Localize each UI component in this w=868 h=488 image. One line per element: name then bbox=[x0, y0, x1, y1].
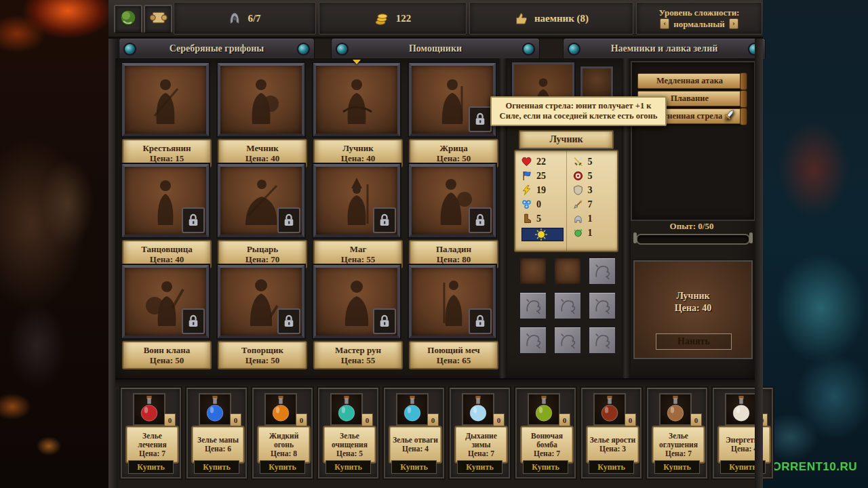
potion-price: Цена: 3 bbox=[599, 445, 626, 453]
unit-name: Поющий меч bbox=[427, 345, 479, 355]
ammo-value: 7 bbox=[588, 199, 593, 210]
hire-button[interactable]: Нанять bbox=[656, 333, 732, 350]
lock-icon bbox=[469, 308, 492, 334]
unit-nameplate: Маг Цена: 55 bbox=[313, 240, 403, 268]
unit-card-dancer[interactable]: Танцовщица Цена: 40 bbox=[122, 164, 209, 262]
world-map-button[interactable] bbox=[114, 5, 142, 33]
top-bar: 6/7 122 наемник (8) Уровень сложности: ‹… bbox=[108, 0, 763, 39]
item-slot-locked[interactable] bbox=[553, 325, 583, 355]
unit-card-knight[interactable]: Рыцарь Цена: 70 bbox=[218, 164, 304, 262]
item-slot-locked[interactable] bbox=[587, 291, 617, 321]
buy-button[interactable]: Купить bbox=[128, 460, 174, 474]
unit-card-swordsman[interactable]: Мечник Цена: 40 bbox=[218, 63, 304, 161]
potion-count-badge: 0 bbox=[625, 413, 636, 426]
shop-window: 6/7 122 наемник (8) Уровень сложности: ‹… bbox=[108, 0, 763, 488]
tab-silver-gryphons[interactable]: Серебряные грифоны bbox=[119, 38, 315, 59]
unit-nameplate: Топорщик Цена: 50 bbox=[218, 341, 307, 369]
potion-card-healing[interactable]: 0 Зелье леченияЦена: 7 Купить bbox=[121, 388, 181, 479]
item-slot-locked[interactable] bbox=[587, 325, 617, 355]
quest-log-button[interactable] bbox=[144, 5, 172, 33]
item-slot-locked[interactable] bbox=[518, 291, 548, 321]
potion-card-winter-breath[interactable]: 0 Дыхание зимыЦена: 7 Купить bbox=[450, 388, 510, 479]
defense-value: 3 bbox=[588, 185, 593, 196]
item-slot-locked[interactable] bbox=[553, 291, 583, 321]
potion-name: Зелье очищения bbox=[326, 432, 374, 449]
potion-label: Зелье маныЦена: 6 bbox=[191, 426, 245, 464]
potion-icon bbox=[725, 393, 757, 426]
unit-card-priestess[interactable]: Жрица Цена: 50 bbox=[409, 63, 496, 161]
scroll-icon bbox=[149, 9, 167, 29]
magic-value: 0 bbox=[536, 199, 541, 210]
item-slot-empty[interactable] bbox=[518, 256, 548, 286]
potion-count-badge: 0 bbox=[690, 413, 702, 426]
potion-card-cleansing[interactable]: 0 Зелье очищенияЦена: 5 Купить bbox=[318, 388, 378, 479]
buy-button[interactable]: Купить bbox=[523, 460, 568, 474]
buy-button[interactable]: Купить bbox=[194, 460, 239, 474]
background-art-left bbox=[0, 0, 110, 488]
potion-price: Цена: 5 bbox=[336, 449, 363, 458]
potion-card-mana[interactable]: 0 Зелье маныЦена: 6 Купить bbox=[186, 388, 247, 479]
unit-card-peasant[interactable]: Крестьянин Цена: 15 bbox=[122, 63, 209, 161]
buy-button[interactable]: Купить bbox=[589, 460, 634, 474]
tab-gem-icon bbox=[297, 43, 310, 56]
unit-price: Цена: 50 bbox=[437, 153, 471, 163]
item-slot-locked[interactable] bbox=[587, 256, 617, 286]
buy-button[interactable]: Купить bbox=[654, 460, 700, 474]
potion-price: Цена: 6 bbox=[205, 445, 231, 453]
buy-button[interactable]: Купить bbox=[326, 460, 371, 474]
gold-coins-icon bbox=[374, 12, 389, 25]
buy-button[interactable]: Купить bbox=[260, 460, 305, 474]
difficulty-prev-icon[interactable]: ‹ bbox=[660, 18, 669, 29]
lock-icon bbox=[373, 207, 396, 233]
ability-slow-attack[interactable]: Медленная атака bbox=[637, 73, 742, 89]
item-slots bbox=[518, 256, 617, 355]
potion-label: Вонючая бомбаЦена: 7 bbox=[520, 426, 574, 464]
unit-nameplate: Лучник Цена: 40 bbox=[313, 139, 403, 167]
item-slot-empty[interactable] bbox=[553, 256, 583, 286]
unit-portrait bbox=[409, 63, 496, 136]
unit-card-archer[interactable]: Лучник Цена: 40 bbox=[313, 63, 400, 161]
potion-label: ЭнергетикЦена: 4 bbox=[717, 426, 771, 464]
potion-count-badge: 0 bbox=[361, 413, 373, 426]
potion-icon bbox=[593, 393, 626, 426]
lock-icon bbox=[469, 106, 492, 132]
unit-card-rune-master[interactable]: Мастер рун Цена: 55 bbox=[313, 265, 400, 363]
buy-button[interactable]: Купить bbox=[457, 460, 502, 474]
unit-nameplate: Жрица Цена: 50 bbox=[409, 139, 498, 167]
health-icon bbox=[521, 157, 532, 167]
potion-card-stun[interactable]: 0 Зелье оглушенияЦена: 7 Купить bbox=[647, 388, 707, 479]
equipment-slot[interactable] bbox=[580, 66, 613, 99]
potion-card-energy[interactable]: 0 ЭнергетикЦена: 4 Купить bbox=[713, 388, 773, 479]
tab-helpers[interactable]: Помощники bbox=[331, 38, 540, 59]
defense-icon bbox=[573, 185, 583, 195]
unit-nameplate: Танцовщица Цена: 40 bbox=[122, 240, 212, 268]
unit-name: Жрица bbox=[439, 143, 468, 153]
unit-card-axeman[interactable]: Топорщик Цена: 50 bbox=[218, 265, 304, 363]
unit-portrait bbox=[122, 164, 209, 237]
unit-card-singing-sword[interactable]: Поющий меч Цена: 65 bbox=[409, 265, 496, 363]
unit-card-clan-warrior[interactable]: Воин клана Цена: 50 bbox=[122, 265, 209, 363]
buy-button[interactable]: Купить bbox=[720, 460, 766, 474]
unit-price: Цена: 40 bbox=[245, 153, 279, 163]
thumbs-up-icon bbox=[514, 12, 528, 25]
reputation-panel: наемник (8) bbox=[469, 2, 633, 35]
difficulty-next-icon[interactable]: › bbox=[729, 18, 738, 29]
unit-price: Цена: 50 bbox=[245, 355, 279, 365]
army-count-panel: 6/7 bbox=[174, 2, 316, 35]
potion-card-liquid-fire[interactable]: 0 Жидкий огоньЦена: 8 Купить bbox=[252, 388, 313, 479]
difficulty-label: Уровень сложности: bbox=[659, 7, 740, 18]
potion-card-courage[interactable]: 0 Зелье отвагиЦена: 4 Купить bbox=[384, 388, 444, 479]
potion-card-rage[interactable]: 0 Зелье яростиЦена: 3 Купить bbox=[581, 388, 642, 479]
item-slot-locked[interactable] bbox=[518, 325, 548, 355]
potion-shop-row: 0 Зелье леченияЦена: 7 Купить 0 Зелье ма… bbox=[121, 388, 773, 479]
tab-mercenaries-potions[interactable]: Наемники и лавка зелий bbox=[563, 38, 766, 59]
potion-price: Цена: 7 bbox=[534, 449, 560, 458]
unit-portrait bbox=[409, 164, 496, 237]
potion-icon bbox=[264, 393, 297, 426]
buy-button[interactable]: Купить bbox=[391, 460, 437, 474]
unit-card-mage[interactable]: Маг Цена: 55 bbox=[313, 164, 400, 262]
unit-card-paladin[interactable]: Паладин Цена: 80 bbox=[409, 164, 496, 262]
potion-icon bbox=[528, 393, 560, 426]
unit-stats-scroll: 22 25 19 0 5 5 5 3 7 1 1 bbox=[514, 150, 618, 252]
potion-card-stink-bomb[interactable]: 0 Вонючая бомбаЦена: 7 Купить bbox=[515, 388, 576, 479]
